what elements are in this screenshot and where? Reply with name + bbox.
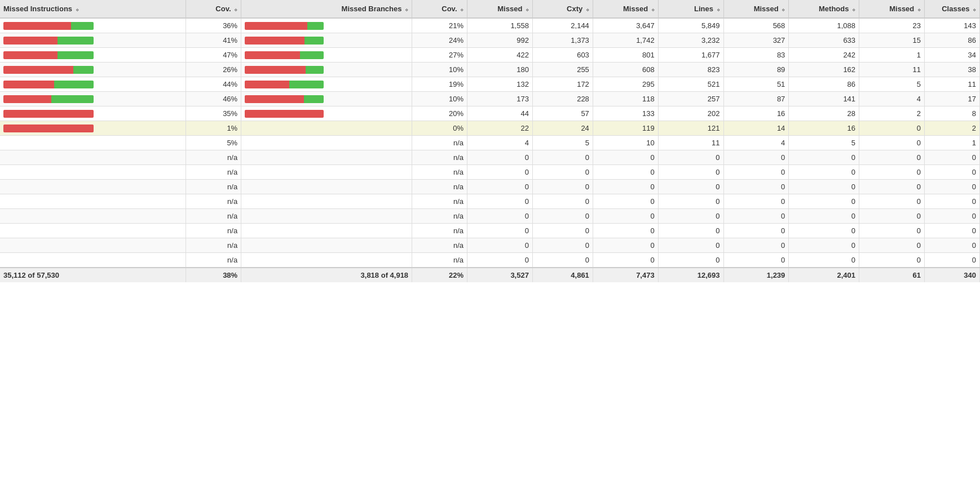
branch-bar-cell xyxy=(241,48,412,63)
branch-bar-cell xyxy=(241,238,412,253)
branch-bar-cell xyxy=(241,106,412,121)
missed-methods-cell: 14 xyxy=(723,121,789,136)
footer-classes: 340 xyxy=(924,268,979,282)
cov1-cell: n/a xyxy=(186,150,241,165)
sort-icon: ⬦ xyxy=(782,6,785,12)
missed-lines-cell: 0 xyxy=(593,150,658,165)
missed-cxty-cell: 0 xyxy=(467,150,533,165)
methods-header[interactable]: Methods ⬦ xyxy=(789,0,859,18)
classes-cell: 86 xyxy=(924,33,979,48)
cxty-cell: 0 xyxy=(532,180,593,194)
cov1-cell: n/a xyxy=(186,194,241,209)
cov1-cell: 26% xyxy=(186,63,241,77)
classes-header[interactable]: Classes ⬦ xyxy=(924,0,979,18)
cov2-cell: n/a xyxy=(412,253,467,268)
cov2-cell: n/a xyxy=(412,136,467,150)
cxty-cell: 603 xyxy=(532,48,593,63)
missed-lines-cell: 0 xyxy=(593,194,658,209)
methods-cell: 86 xyxy=(789,77,859,92)
table-row: 47%27%4226038011,67783242134 xyxy=(0,48,980,63)
lines-header[interactable]: Lines ⬦ xyxy=(658,0,723,18)
missed-lines-cell: 608 xyxy=(593,63,658,77)
sort-icon: ⬦ xyxy=(460,6,463,12)
methods-cell: 16 xyxy=(789,121,859,136)
sort-icon: ⬦ xyxy=(76,6,79,12)
cov2-cell: n/a xyxy=(412,180,467,194)
instr-bar-cell xyxy=(0,121,186,136)
missed-classes-cell: 0 xyxy=(859,224,925,238)
missed-methods-cell: 0 xyxy=(723,238,789,253)
cov1-cell: n/a xyxy=(186,238,241,253)
missed-lines-cell: 1,742 xyxy=(593,33,658,48)
table-row: n/an/a00000000 xyxy=(0,238,980,253)
missed-cxty-cell: 180 xyxy=(467,63,533,77)
missed-cxty-header[interactable]: Missed ⬦ xyxy=(467,0,533,18)
missed-cxty-cell: 44 xyxy=(467,106,533,121)
footer-row: 35,112 of 57,530 38% 3,818 of 4,918 22% … xyxy=(0,268,980,282)
missed-branches-header[interactable]: Missed Branches ⬦ xyxy=(241,0,412,18)
missed-methods-cell: 0 xyxy=(723,209,789,224)
missed-methods-cell: 89 xyxy=(723,63,789,77)
missed-classes-cell: 0 xyxy=(859,253,925,268)
classes-cell: 34 xyxy=(924,48,979,63)
cxty-header[interactable]: Cxty ⬦ xyxy=(532,0,593,18)
branch-bar-cell xyxy=(241,165,412,180)
methods-cell: 28 xyxy=(789,106,859,121)
cov2-cell: n/a xyxy=(412,238,467,253)
footer-methods: 2,401 xyxy=(789,268,859,282)
missed-cxty-cell: 0 xyxy=(467,194,533,209)
classes-cell: 0 xyxy=(924,253,979,268)
methods-cell: 0 xyxy=(789,150,859,165)
cov2-cell: 27% xyxy=(412,48,467,63)
cxty-cell: 172 xyxy=(532,77,593,92)
table-row: 44%19%1321722955215186511 xyxy=(0,77,980,92)
footer-cxty: 4,861 xyxy=(532,268,593,282)
missed-classes-cell: 2 xyxy=(859,106,925,121)
cov1-cell: 46% xyxy=(186,92,241,106)
cov1-cell: 41% xyxy=(186,33,241,48)
coverage-table: Missed Instructions ⬦ Cov. ⬦ Missed Bran… xyxy=(0,0,980,282)
lines-cell: 0 xyxy=(658,194,723,209)
cov2-header[interactable]: Cov. ⬦ xyxy=(412,0,467,18)
classes-cell: 0 xyxy=(924,150,979,165)
missed-lines-header[interactable]: Missed ⬦ xyxy=(593,0,658,18)
missed-instructions-header[interactable]: Missed Instructions ⬦ xyxy=(0,0,186,18)
footer-lines: 12,693 xyxy=(658,268,723,282)
table-row: n/an/a00000000 xyxy=(0,194,980,209)
lines-cell: 121 xyxy=(658,121,723,136)
missed-methods-cell: 83 xyxy=(723,48,789,63)
instr-bar-cell xyxy=(0,63,186,77)
footer-missed-classes: 61 xyxy=(859,268,925,282)
methods-cell: 0 xyxy=(789,180,859,194)
methods-cell: 242 xyxy=(789,48,859,63)
classes-cell: 0 xyxy=(924,194,979,209)
cxty-cell: 57 xyxy=(532,106,593,121)
methods-cell: 0 xyxy=(789,238,859,253)
instr-bar-cell xyxy=(0,238,186,253)
methods-cell: 0 xyxy=(789,165,859,180)
missed-lines-cell: 0 xyxy=(593,209,658,224)
table-row: n/an/a00000000 xyxy=(0,180,980,194)
branch-bar-cell xyxy=(241,209,412,224)
cov1-header[interactable]: Cov. ⬦ xyxy=(186,0,241,18)
cov1-cell: n/a xyxy=(186,180,241,194)
footer-missed-cxty: 3,527 xyxy=(467,268,533,282)
instr-bar-cell xyxy=(0,77,186,92)
lines-cell: 0 xyxy=(658,224,723,238)
branch-bar-cell xyxy=(241,136,412,150)
missed-cxty-cell: 0 xyxy=(467,238,533,253)
lines-cell: 257 xyxy=(658,92,723,106)
cov1-cell: 44% xyxy=(186,77,241,92)
missed-methods-header[interactable]: Missed ⬦ xyxy=(723,0,789,18)
missed-classes-cell: 11 xyxy=(859,63,925,77)
lines-cell: 0 xyxy=(658,238,723,253)
cxty-cell: 0 xyxy=(532,224,593,238)
cov2-cell: 10% xyxy=(412,63,467,77)
classes-cell: 0 xyxy=(924,224,979,238)
branch-bar-cell xyxy=(241,194,412,209)
branch-bar-cell xyxy=(241,33,412,48)
table-row: n/an/a00000000 xyxy=(0,224,980,238)
missed-lines-cell: 801 xyxy=(593,48,658,63)
missed-classes-header[interactable]: Missed ⬦ xyxy=(859,0,925,18)
lines-cell: 3,232 xyxy=(658,33,723,48)
